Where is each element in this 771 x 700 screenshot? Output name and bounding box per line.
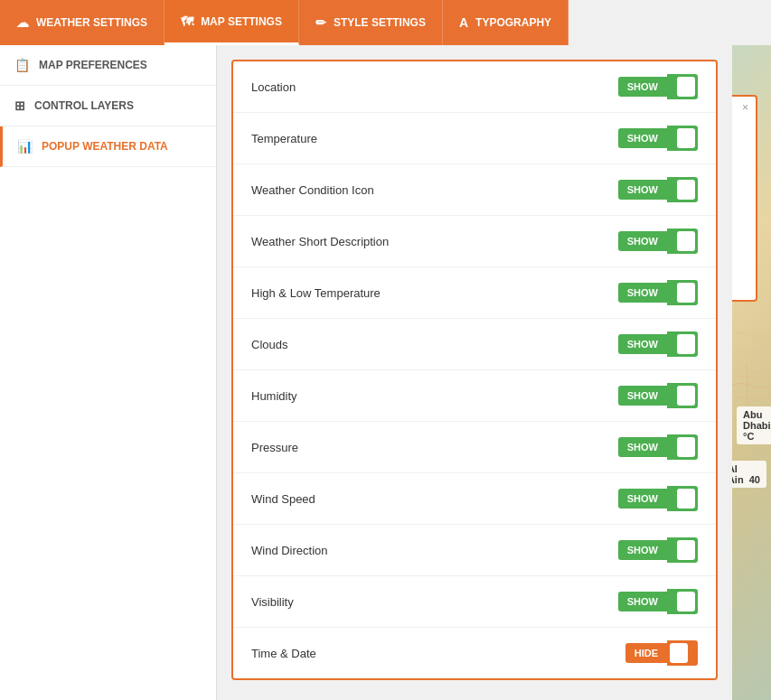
tab-weather-settings[interactable]: ☁ WEATHER SETTINGS xyxy=(0,0,165,45)
weather-popup: × Dubai, AE 🌤 37.8 °C Sky is Clear Temp.… xyxy=(732,95,757,302)
tab-typography-label: TYPOGRAPHY xyxy=(475,16,551,29)
abudhabi-text: Abu Dhabi 40.0 °C xyxy=(743,409,771,442)
sidebar-item-popup-weather-data[interactable]: 📊 POPUP WEATHER DATA xyxy=(0,126,216,167)
popup-pressure: Pressure: 1004 hPa xyxy=(732,223,745,240)
location-label: Location xyxy=(251,80,296,94)
humidity-label: Humidity xyxy=(251,389,297,403)
sidebar: 📋 MAP PREFERENCES ⊞ CONTROL LAYERS 📊 POP… xyxy=(0,45,217,700)
time-date-toggle[interactable]: HIDE xyxy=(625,640,698,666)
visibility-show-label: SHOW xyxy=(618,592,667,611)
location-switch xyxy=(667,74,698,99)
sidebar-item-map-preferences[interactable]: 📋 MAP PREFERENCES xyxy=(0,45,216,86)
temperature-label: Temperature xyxy=(251,132,317,145)
visibility-switch xyxy=(667,589,698,614)
popup-close-button[interactable]: × xyxy=(742,101,748,114)
tab-style-settings[interactable]: ✏ STYLE SETTINGS xyxy=(299,0,443,45)
settings-row-time-date: Time & Date HIDE xyxy=(233,628,716,678)
map-area: ☀ Bandar-e Lengeh 33.6 °C × Dubai, AE 🌤 … xyxy=(732,45,771,700)
popup-wind: Wind: 22 km/h xyxy=(732,239,745,257)
weather-short-desc-show-label: SHOW xyxy=(618,231,667,251)
clouds-label: Clouds xyxy=(251,338,287,351)
settings-row-visibility: Visibility SHOW xyxy=(233,576,716,628)
humidity-switch xyxy=(667,383,698,408)
weather-condition-icon-toggle[interactable]: SHOW xyxy=(618,177,698,202)
location-toggle[interactable]: SHOW xyxy=(618,74,698,99)
sidebar-item-map-pref-label: MAP PREFERENCES xyxy=(39,59,147,71)
settings-row-wind-direction: Wind Direction SHOW xyxy=(233,525,716,576)
tab-typography[interactable]: A TYPOGRAPHY xyxy=(443,0,569,45)
popup-humidity: Humidity: 34 % xyxy=(732,206,745,223)
tab-map-settings[interactable]: 🗺 MAP SETTINGS xyxy=(165,0,299,45)
wind-speed-switch xyxy=(667,486,698,511)
pressure-switch xyxy=(667,434,698,460)
sidebar-item-popup-weather-label: POPUP WEATHER DATA xyxy=(42,140,168,153)
popup-direction: Direction: 340° xyxy=(732,257,745,274)
high-low-temp-switch xyxy=(667,280,698,305)
map-background: ☀ Bandar-e Lengeh 33.6 °C × Dubai, AE 🌤 … xyxy=(732,45,771,700)
visibility-label: Visibility xyxy=(251,595,294,609)
high-low-temp-show-label: SHOW xyxy=(618,283,667,303)
wind-direction-switch xyxy=(667,537,698,563)
settings-row-location: Location SHOW xyxy=(233,61,716,113)
weather-condition-icon-label: Weather Condition Icon xyxy=(251,183,374,197)
settings-panel: Location SHOW Temperature SHOW xyxy=(217,45,732,700)
clouds-show-label: SHOW xyxy=(618,334,667,354)
settings-row-high-low-temperature: High & Low Temperature SHOW xyxy=(233,267,716,319)
top-nav: ☁ WEATHER SETTINGS 🗺 MAP SETTINGS ✏ STYL… xyxy=(0,0,771,45)
weather-short-desc-switch xyxy=(667,229,698,254)
popup-temp-row: 🌤 37.8 °C xyxy=(732,126,745,146)
clouds-toggle[interactable]: SHOW xyxy=(618,331,698,357)
settings-row-wind-speed: Wind Speed SHOW xyxy=(233,473,716,525)
popup-visibility: Visibility: 10 km/h xyxy=(732,274,745,291)
popup-temp-minmax: Temp. min/max: 37.1 / 40.2 °C xyxy=(732,173,745,190)
high-low-temperature-label: High & Low Temperature xyxy=(251,286,381,300)
control-layers-icon: ⊞ xyxy=(14,98,25,113)
high-low-temperature-toggle[interactable]: SHOW xyxy=(618,280,698,305)
pressure-toggle[interactable]: SHOW xyxy=(618,434,698,460)
weather-short-description-toggle[interactable]: SHOW xyxy=(618,229,698,254)
popup-sky: Sky is Clear xyxy=(732,154,745,171)
temperature-toggle[interactable]: SHOW xyxy=(618,126,698,151)
content-area: Location SHOW Temperature SHOW xyxy=(217,45,771,700)
time-date-switch xyxy=(667,640,698,666)
alain-text: Al Ain 40 xyxy=(732,463,760,485)
weather-label-abudhabi: Abu Dhabi 40.0 °C xyxy=(737,406,771,444)
settings-row-pressure: Pressure SHOW xyxy=(233,422,716,473)
map-pref-icon: 📋 xyxy=(14,58,30,72)
pressure-label: Pressure xyxy=(251,441,298,454)
settings-row-weather-short-description: Weather Short Description SHOW xyxy=(233,216,716,267)
settings-row-weather-condition-icon: Weather Condition Icon SHOW xyxy=(233,164,716,216)
temperature-show-label: SHOW xyxy=(618,128,667,148)
time-date-label: Time & Date xyxy=(251,647,316,660)
time-date-hide-label: HIDE xyxy=(625,643,667,663)
pressure-show-label: SHOW xyxy=(618,437,667,457)
wind-direction-label: Wind Direction xyxy=(251,544,328,557)
sidebar-item-control-layers-label: CONTROL LAYERS xyxy=(34,99,134,112)
settings-row-temperature: Temperature SHOW xyxy=(233,113,716,164)
typography-icon: A xyxy=(459,15,468,30)
sidebar-item-control-layers[interactable]: ⊞ CONTROL LAYERS xyxy=(0,86,216,126)
popup-clouds: Clouds: 0 % xyxy=(732,189,745,206)
weather-condition-icon-show-label: SHOW xyxy=(618,180,667,200)
wind-speed-label: Wind Speed xyxy=(251,492,315,506)
humidity-toggle[interactable]: SHOW xyxy=(618,383,698,408)
weather-condition-icon-switch xyxy=(667,177,698,202)
style-icon: ✏ xyxy=(315,15,326,30)
settings-row-clouds: Clouds SHOW xyxy=(233,319,716,370)
wind-direction-toggle[interactable]: SHOW xyxy=(618,537,698,563)
location-show-label: SHOW xyxy=(618,77,667,97)
weather-short-description-label: Weather Short Description xyxy=(251,235,389,248)
tab-style-label: STYLE SETTINGS xyxy=(334,16,426,29)
popup-details: Sky is Clear Temp. min/max: 37.1 / 40.2 … xyxy=(732,154,745,291)
settings-card: Location SHOW Temperature SHOW xyxy=(231,60,718,680)
popup-weather-icon: 📊 xyxy=(17,139,33,154)
temperature-switch xyxy=(667,126,698,151)
settings-row-humidity: Humidity SHOW xyxy=(233,370,716,422)
map-icon: 🗺 xyxy=(181,14,193,29)
clouds-switch xyxy=(667,331,698,357)
visibility-toggle[interactable]: SHOW xyxy=(618,589,698,614)
wind-speed-toggle[interactable]: SHOW xyxy=(618,486,698,511)
wind-direction-show-label: SHOW xyxy=(618,540,667,560)
humidity-show-label: SHOW xyxy=(618,386,667,406)
weather-label-alain: ☀ Al Ain 40 xyxy=(732,461,766,488)
